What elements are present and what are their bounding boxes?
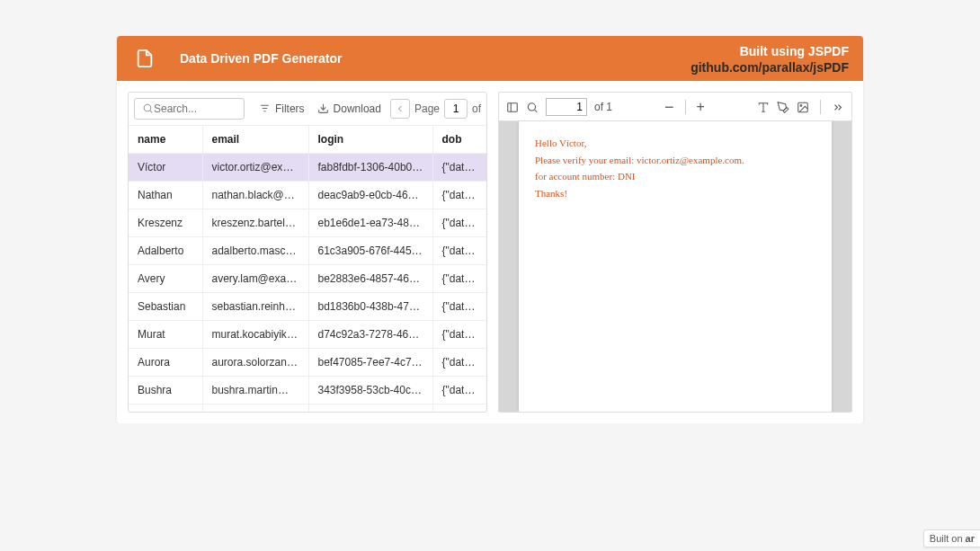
- cell-name: Adalberto: [129, 237, 202, 265]
- cell-login: eb1e6de1-ea73-4876-b...: [308, 209, 432, 237]
- page-nav: Page of: [390, 99, 481, 119]
- pdf-line-greeting: Hello Víctor,: [535, 136, 815, 152]
- pdf-line-verify: Please verify your email: victor.ortiz@e…: [535, 153, 815, 169]
- cell-email: adalberto.mascare...: [202, 237, 308, 265]
- cell-name: Nathan: [129, 182, 202, 209]
- panels: Filters Download Page of: [117, 81, 863, 423]
- table-row[interactable]: Murat murat.kocabiyik@e... d74c92a3-7278…: [129, 321, 486, 349]
- cell-email: murat.kocabiyik@e...: [202, 321, 308, 349]
- cell-email: avery.lam@exampl...: [202, 265, 308, 293]
- search-box[interactable]: [134, 98, 245, 120]
- table-row[interactable]: Jesus jesus.baker@exam... 508af6e3-0741-…: [129, 404, 486, 413]
- svg-line-1: [150, 111, 152, 112]
- col-email[interactable]: email: [202, 126, 308, 154]
- filters-label: Filters: [275, 102, 305, 115]
- pdf-viewer-panel: of 1 − +: [498, 92, 852, 413]
- svg-point-13: [800, 104, 802, 106]
- of-label: of: [472, 102, 481, 115]
- table-row[interactable]: Aurora aurora.solorzano@... bef47085-7ee…: [129, 349, 486, 377]
- cell-email: bushra.martin@ex...: [202, 377, 308, 404]
- table-header-row: name email login dob: [129, 126, 486, 154]
- cell-dob: {"date":"196: [432, 377, 486, 404]
- table-row[interactable]: Avery avery.lam@exampl... be2883e6-4857-…: [129, 265, 486, 293]
- app-container: Data Driven PDF Generator Built using JS…: [117, 36, 863, 423]
- page-number-input[interactable]: [444, 99, 468, 119]
- cell-login: fab8fdbf-1306-40b0-91...: [308, 154, 432, 182]
- pdf-page: Hello Víctor, Please verify your email: …: [519, 121, 832, 412]
- cell-login: d74c92a3-7278-4626-a...: [308, 321, 432, 349]
- cell-email: jesus.baker@exam...: [202, 404, 308, 413]
- find-icon[interactable]: [526, 101, 539, 113]
- col-login[interactable]: login: [308, 126, 432, 154]
- cell-email: kreszenz.bartel@e...: [202, 209, 308, 237]
- cell-email: sebastian.reinhard...: [202, 293, 308, 321]
- cell-dob: {"date":"194: [432, 321, 486, 349]
- cell-name: Jesus: [129, 404, 202, 413]
- sidebar-toggle-icon[interactable]: [506, 101, 519, 113]
- document-icon: [135, 49, 155, 68]
- grid-toolbar: Filters Download Page of: [129, 93, 486, 126]
- data-table: name email login dob Víctor victor.ortiz…: [129, 126, 486, 412]
- grid-table-wrap: name email login dob Víctor victor.ortiz…: [129, 126, 486, 412]
- pdf-body: Hello Víctor, Please verify your email: …: [499, 121, 851, 412]
- image-tool-icon[interactable]: [797, 101, 809, 113]
- pdf-toolbar: of 1 − +: [499, 93, 851, 121]
- cell-name: Avery: [129, 265, 202, 293]
- table-row[interactable]: Adalberto adalberto.mascare... 61c3a905-…: [129, 237, 486, 265]
- zoom-in-button[interactable]: +: [697, 100, 705, 114]
- zoom-out-button[interactable]: −: [664, 99, 674, 115]
- svg-point-8: [528, 102, 535, 110]
- repo-link[interactable]: github.com/parallax/jsPDF: [690, 59, 849, 76]
- cell-name: Víctor: [129, 154, 202, 182]
- svg-rect-6: [508, 102, 518, 111]
- cell-dob: {"date":"196: [432, 182, 486, 209]
- svg-line-9: [535, 110, 538, 112]
- draw-tool-icon[interactable]: [777, 101, 789, 113]
- cell-name: Sebastian: [129, 293, 202, 321]
- table-row[interactable]: Sebastian sebastian.reinhard... bd1836b0…: [129, 293, 486, 321]
- table-row[interactable]: Nathan nathan.black@exa... deac9ab9-e0cb…: [129, 182, 486, 209]
- download-icon: [317, 102, 330, 115]
- cell-name: Kreszenz: [129, 209, 202, 237]
- table-row[interactable]: Bushra bushra.martin@ex... 343f3958-53cb…: [129, 377, 486, 404]
- cell-name: Aurora: [129, 349, 202, 377]
- table-row[interactable]: Víctor victor.ortiz@exam... fab8fdbf-130…: [129, 154, 486, 182]
- cell-dob: {"date":"198: [432, 154, 486, 182]
- text-tool-icon[interactable]: [757, 101, 770, 113]
- cell-login: 508af6e3-0741-4adf-a3...: [308, 404, 432, 413]
- col-dob[interactable]: dob: [432, 126, 486, 154]
- page-label: Page: [414, 102, 440, 115]
- cell-login: be2883e6-4857-462c-8...: [308, 265, 432, 293]
- cell-login: bef47085-7ee7-4c78-9...: [308, 349, 432, 377]
- search-input[interactable]: [154, 102, 236, 115]
- col-name[interactable]: name: [129, 126, 202, 154]
- cell-dob: {"date":"196: [432, 404, 486, 413]
- download-button[interactable]: Download: [314, 100, 385, 118]
- search-icon: [142, 102, 154, 115]
- cell-dob: {"date":"198: [432, 209, 486, 237]
- pdf-line-account: for account number: DNI: [535, 169, 815, 185]
- header-credits: Built using JSPDF github.com/parallax/js…: [690, 43, 849, 76]
- filters-icon: [259, 102, 272, 115]
- cell-login: 343f3958-53cb-40cb-8...: [308, 377, 432, 404]
- cell-name: Murat: [129, 321, 202, 349]
- cell-dob: {"date":"198: [432, 237, 486, 265]
- table-row[interactable]: Kreszenz kreszenz.bartel@e... eb1e6de1-e…: [129, 209, 486, 237]
- cell-login: bd1836b0-438b-4788-a...: [308, 293, 432, 321]
- cell-email: nathan.black@exa...: [202, 182, 308, 209]
- cell-dob: {"date":"19: [432, 293, 486, 321]
- pdf-line-thanks: Thanks!: [535, 186, 815, 202]
- cell-login: deac9ab9-e0cb-46b1-b...: [308, 182, 432, 209]
- cell-email: aurora.solorzano@...: [202, 349, 308, 377]
- more-tools-icon[interactable]: [832, 101, 844, 113]
- cell-dob: {"date":"19: [432, 265, 486, 293]
- download-label: Download: [334, 102, 381, 115]
- filters-button[interactable]: Filters: [255, 100, 308, 118]
- prev-page-button[interactable]: [390, 99, 410, 119]
- cell-login: 61c3a905-676f-4458-b...: [308, 237, 432, 265]
- app-title: Data Driven PDF Generator: [180, 51, 343, 66]
- data-grid-panel: Filters Download Page of: [128, 92, 487, 413]
- built-using-line: Built using JSPDF: [690, 43, 849, 59]
- pdf-page-input[interactable]: [546, 98, 587, 116]
- cell-name: Bushra: [129, 377, 202, 404]
